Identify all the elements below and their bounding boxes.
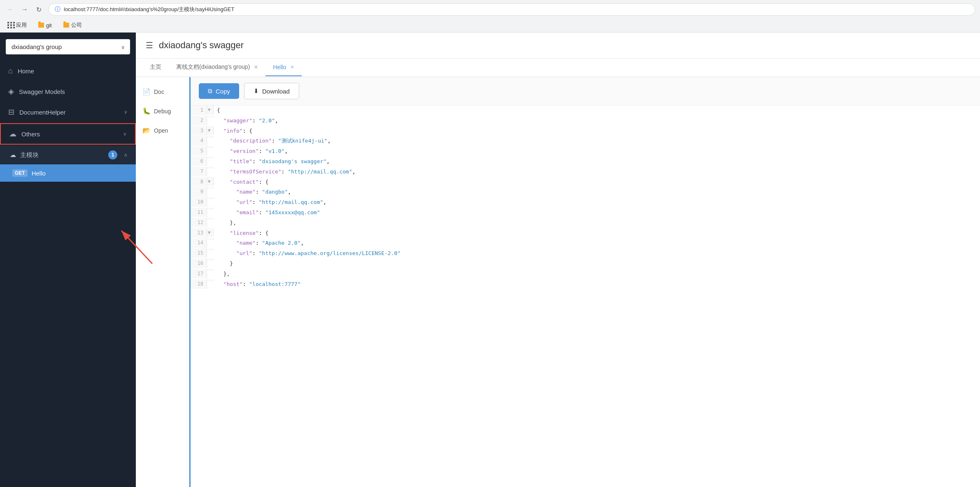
line-toggle-13[interactable]: ▼ — [207, 228, 214, 237]
tab-hello-close[interactable]: ✕ — [290, 64, 294, 70]
line-content-3: "info": { — [214, 126, 256, 136]
copy-icon: ⧉ — [208, 87, 212, 95]
main-module-chevron: ∧ — [124, 152, 128, 158]
sidebar-nav: ⌂ Home ◈ Swagger Models ⊟ DocumentHelper… — [0, 61, 136, 487]
open-icon: 📂 — [142, 126, 151, 134]
line-num-15: 15 — [191, 248, 207, 258]
line-content-17: }, — [214, 269, 233, 279]
document-helper-chevron: ∨ — [124, 109, 128, 115]
action-open[interactable]: 📂 Open — [136, 122, 189, 138]
line-num-2: 2 — [191, 116, 207, 125]
line-num-11: 11 — [191, 208, 207, 217]
app-container: dxiaodang's group ⌂ Home ◈ Swagger Model… — [0, 33, 980, 487]
line-toggle-5 — [207, 146, 214, 148]
line-toggle-9 — [207, 187, 214, 189]
address-bar[interactable]: ⓘ localhost:7777/doc.html#/dxiaodang's%2… — [49, 3, 975, 16]
group-selector[interactable]: dxiaodang's group — [6, 39, 130, 54]
folder-icon-git — [38, 23, 44, 28]
copy-label: Copy — [216, 88, 230, 95]
line-toggle-7 — [207, 167, 214, 169]
action-debug[interactable]: 🐛 Debug — [136, 103, 189, 119]
line-num-5: 5 — [191, 146, 207, 156]
tab-offline-doc[interactable]: 离线文档(dxiaodang's group) ✕ — [169, 59, 265, 77]
group-selector-wrapper: dxiaodang's group — [6, 39, 130, 54]
line-toggle-4 — [207, 136, 214, 138]
tab-hello[interactable]: Hello ✕ — [265, 59, 302, 76]
reload-button[interactable]: ↻ — [33, 4, 44, 15]
sidebar-item-home[interactable]: ⌂ Home — [0, 61, 136, 81]
doc-label: Doc — [154, 89, 164, 95]
line-num-12: 12 — [191, 218, 207, 227]
document-helper-label: DocumentHelper — [19, 109, 66, 116]
line-toggle-3[interactable]: ▼ — [207, 126, 214, 135]
actions-panel: 📄 Doc 🐛 Debug 📂 Open — [136, 77, 189, 487]
line-num-3: 3 — [191, 126, 207, 136]
menu-icon[interactable]: ☰ — [146, 40, 153, 50]
open-label: Open — [154, 127, 168, 134]
code-line-3: 3 ▼ "info": { — [191, 126, 980, 136]
folder-icon-company — [63, 23, 69, 28]
code-line-9: 9 "name": "dangbo", — [191, 187, 980, 197]
line-toggle-16 — [207, 259, 214, 260]
company-label: 公司 — [71, 21, 82, 29]
json-viewer: ⧉ Copy ⬇ Download 1 ▼ { 2 — [191, 77, 980, 487]
line-content-4: "description": "测试knife4j-ui", — [214, 136, 334, 146]
tab-offline-doc-label: 离线文档(dxiaodang's group) — [176, 63, 250, 71]
line-content-9: "name": "dangbo", — [214, 187, 294, 197]
sidebar-item-swagger-models[interactable]: ◈ Swagger Models — [0, 81, 136, 102]
code-line-1: 1 ▼ { — [191, 105, 980, 116]
tabs-bar: 主页 离线文档(dxiaodang's group) ✕ Hello ✕ — [136, 59, 980, 77]
line-content-10: "url": "http://mail.qq.com", — [214, 197, 330, 208]
line-toggle-17 — [207, 269, 214, 271]
line-toggle-15 — [207, 248, 214, 250]
line-num-9: 9 — [191, 187, 207, 197]
line-content-14: "name": "Apache 2.0", — [214, 238, 307, 248]
sidebar-item-main-module[interactable]: ☁ 主模块 1 ∧ — [0, 145, 136, 164]
line-content-2: "swagger": "2.0", — [214, 116, 282, 126]
line-num-18: 18 — [191, 279, 207, 289]
line-toggle-18 — [207, 279, 214, 281]
content-area: 📄 Doc 🐛 Debug 📂 Open ⧉ — [136, 77, 980, 487]
line-num-17: 17 — [191, 269, 207, 279]
line-toggle-14 — [207, 238, 214, 240]
swagger-models-label: Swagger Models — [19, 88, 65, 95]
back-button[interactable]: ← — [5, 4, 16, 15]
line-num-7: 7 — [191, 167, 207, 176]
code-line-4: 4 "description": "测试knife4j-ui", — [191, 136, 980, 146]
code-line-17: 17 }, — [191, 269, 980, 279]
line-content-5: "version": "v1.0", — [214, 146, 291, 157]
api-item-hello[interactable]: GET Hello — [0, 164, 136, 182]
tab-hello-label: Hello — [273, 64, 286, 70]
tab-offline-doc-close[interactable]: ✕ — [254, 64, 258, 70]
sidebar-search: dxiaodang's group — [6, 39, 130, 54]
forward-button[interactable]: → — [19, 4, 30, 15]
code-line-14: 14 "name": "Apache 2.0", — [191, 238, 980, 248]
code-line-2: 2 "swagger": "2.0", — [191, 116, 980, 126]
line-num-16: 16 — [191, 259, 207, 268]
json-toolbar: ⧉ Copy ⬇ Download — [191, 77, 980, 105]
line-content-8: "contact": { — [214, 177, 272, 187]
code-line-15: 15 "url": "http://www.apache.org/license… — [191, 248, 980, 259]
download-icon: ⬇ — [254, 87, 259, 95]
line-num-14: 14 — [191, 238, 207, 248]
apps-bookmark[interactable]: 应用 — [5, 21, 29, 30]
sidebar-item-document-helper[interactable]: ⊟ DocumentHelper ∨ — [0, 102, 136, 122]
git-label: git — [46, 22, 52, 28]
main-module-section: ☁ 主模块 1 ∧ GET Hello — [0, 145, 136, 182]
sidebar-item-others[interactable]: ☁ Others ∨ — [0, 123, 136, 145]
download-label: Download — [262, 88, 290, 95]
main-content: ☰ dxiaodang's swagger 主页 离线文档(dxiaodang'… — [136, 33, 980, 487]
home-icon: ⌂ — [8, 67, 13, 75]
git-bookmark[interactable]: git — [36, 21, 54, 29]
line-num-6: 6 — [191, 157, 207, 166]
main-module-icon: ☁ — [10, 151, 16, 159]
tab-home[interactable]: 主页 — [142, 59, 169, 77]
line-toggle-1[interactable]: ▼ — [207, 105, 214, 115]
company-bookmark[interactable]: 公司 — [61, 21, 84, 30]
line-toggle-8[interactable]: ▼ — [207, 177, 214, 186]
action-doc[interactable]: 📄 Doc — [136, 84, 189, 100]
line-num-13: 13 — [191, 228, 207, 238]
line-content-7: "termsOfService": "http://mail.qq.com", — [214, 167, 359, 177]
download-button[interactable]: ⬇ Download — [244, 83, 299, 99]
copy-button[interactable]: ⧉ Copy — [199, 83, 239, 99]
